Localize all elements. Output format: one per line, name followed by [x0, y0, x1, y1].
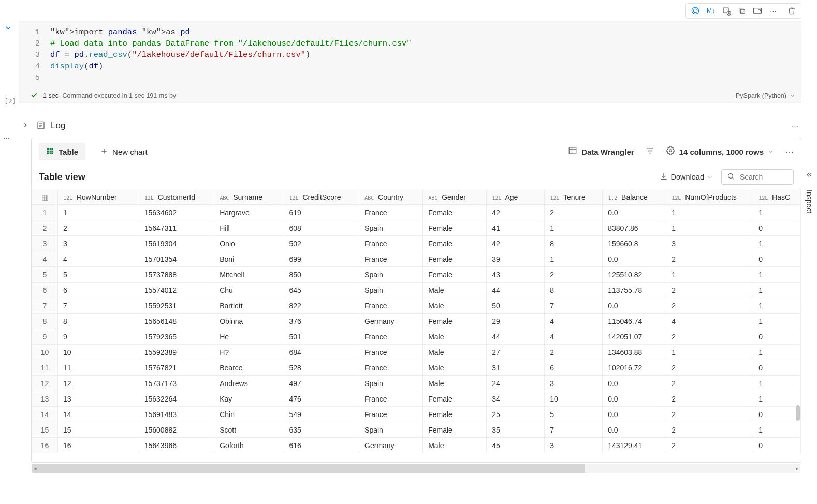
table-corner[interactable]: [32, 189, 58, 205]
download-button[interactable]: Download: [660, 172, 713, 182]
table-cell[interactable]: 2: [666, 251, 753, 267]
table-cell[interactable]: 635: [284, 422, 359, 438]
table-cell[interactable]: 0.0: [603, 407, 666, 422]
table-cell[interactable]: 11: [58, 360, 139, 376]
scrollbar-thumb[interactable]: [32, 464, 585, 473]
run-cell-icon[interactable]: [688, 5, 703, 17]
table-row[interactable]: 9915792365He501FranceMale444142051.0720: [32, 329, 801, 345]
table-cell[interactable]: 9: [58, 329, 139, 345]
table-cell[interactable]: 1: [753, 314, 801, 329]
table-cell[interactable]: 2: [545, 205, 603, 220]
table-cell[interactable]: 0.0: [603, 422, 666, 438]
table-cell[interactable]: Onio: [214, 236, 284, 251]
table-cell[interactable]: Bartlett: [214, 298, 284, 314]
tab-table[interactable]: Table: [39, 143, 85, 160]
table-cell[interactable]: Goforth: [214, 438, 284, 453]
table-cell[interactable]: 4: [545, 329, 603, 345]
table-cell[interactable]: 2: [545, 345, 603, 360]
filter-icon[interactable]: [646, 146, 654, 157]
table-cell[interactable]: 5: [545, 407, 603, 422]
vertical-scrollbar[interactable]: [796, 405, 800, 421]
table-cell[interactable]: 2: [666, 407, 753, 422]
table-cell[interactable]: 13: [58, 391, 139, 407]
table-cell[interactable]: 45: [487, 438, 545, 453]
cell-more-icon[interactable]: ⋯: [766, 5, 780, 17]
table-cell[interactable]: Chu: [214, 283, 284, 298]
table-cell[interactable]: 1: [753, 376, 801, 391]
table-cell[interactable]: Boni: [214, 251, 284, 267]
markdown-toggle[interactable]: M↓: [704, 5, 718, 17]
table-cell[interactable]: 14: [58, 407, 139, 422]
table-cell[interactable]: 376: [284, 314, 359, 329]
table-scroll[interactable]: 12L RowNumber12L CustomerIdABC Surname12…: [32, 189, 801, 462]
table-cell[interactable]: 1: [545, 220, 603, 236]
log-more-icon[interactable]: ⋯: [792, 122, 801, 130]
table-cell[interactable]: 6: [545, 360, 603, 376]
table-cell[interactable]: 143129.41: [603, 438, 666, 453]
table-cell[interactable]: 1: [753, 267, 801, 283]
table-cell[interactable]: 50: [487, 298, 545, 314]
table-cell[interactable]: 125510.82: [603, 267, 666, 283]
table-cell[interactable]: 1: [666, 267, 753, 283]
column-header[interactable]: 12L CustomerId: [139, 189, 214, 205]
table-cell[interactable]: 43: [487, 267, 545, 283]
table-cell[interactable]: 1: [545, 251, 603, 267]
table-cell[interactable]: 1: [666, 220, 753, 236]
table-cell[interactable]: Hill: [214, 220, 284, 236]
table-cell[interactable]: Scott: [214, 422, 284, 438]
table-cell[interactable]: 0: [753, 220, 801, 236]
table-cell[interactable]: 29: [487, 314, 545, 329]
table-cell[interactable]: Female: [423, 251, 487, 267]
table-row[interactable]: 161615643966Goforth616GermanyMale4531431…: [32, 438, 801, 453]
table-row[interactable]: 8815656148Obinna376GermanyFemale29411504…: [32, 314, 801, 329]
table-cell[interactable]: Hargrave: [214, 205, 284, 220]
table-row[interactable]: 4415701354Boni699FranceFemale3910.020: [32, 251, 801, 267]
table-cell[interactable]: 15634602: [139, 205, 214, 220]
table-cell[interactable]: 15701354: [139, 251, 214, 267]
log-expand-chevron-icon[interactable]: [22, 122, 29, 130]
table-cell[interactable]: Male: [423, 329, 487, 345]
table-cell[interactable]: 502: [284, 236, 359, 251]
kernel-selector[interactable]: PySpark (Python): [736, 92, 796, 99]
table-cell[interactable]: 2: [666, 283, 753, 298]
table-cell[interactable]: 3: [58, 236, 139, 251]
table-cell[interactable]: Female: [423, 267, 487, 283]
table-cell[interactable]: 528: [284, 360, 359, 376]
table-cell[interactable]: 0.0: [603, 376, 666, 391]
table-cell[interactable]: 8: [545, 236, 603, 251]
column-header[interactable]: 12L Tenure: [545, 189, 603, 205]
table-cell[interactable]: 7: [58, 298, 139, 314]
log-label[interactable]: Log: [51, 121, 65, 131]
table-cell[interactable]: France: [359, 251, 423, 267]
output-toolbar-more-icon[interactable]: ⋯: [785, 147, 794, 157]
column-header[interactable]: 12L RowNumber: [58, 189, 139, 205]
table-cell[interactable]: 2: [666, 376, 753, 391]
table-row[interactable]: 2215647311Hill608SpainFemale41183807.861…: [32, 220, 801, 236]
code-cell[interactable]: 12345 "kw">import pandas "kw">as pd# Loa…: [19, 21, 801, 103]
table-cell[interactable]: 0: [753, 407, 801, 422]
table-cell[interactable]: 0: [753, 438, 801, 453]
table-cell[interactable]: 15792365: [139, 329, 214, 345]
table-cell[interactable]: 4: [58, 251, 139, 267]
table-cell[interactable]: Female: [423, 314, 487, 329]
column-header[interactable]: 12L NumOfProducts: [666, 189, 753, 205]
copy-cell-icon[interactable]: [735, 5, 749, 17]
table-cell[interactable]: 699: [284, 251, 359, 267]
column-header[interactable]: 12L HasC: [753, 189, 801, 205]
table-cell[interactable]: 608: [284, 220, 359, 236]
table-cell[interactable]: 15647311: [139, 220, 214, 236]
table-cell[interactable]: Female: [423, 391, 487, 407]
table-row[interactable]: 5515737888Mitchell850SpainFemale43212551…: [32, 267, 801, 283]
output-more-icon[interactable]: ⋯: [3, 135, 11, 142]
table-cell[interactable]: 684: [284, 345, 359, 360]
table-cell[interactable]: 1: [753, 345, 801, 360]
column-header[interactable]: ABC Gender: [423, 189, 487, 205]
table-cell[interactable]: 113755.78: [603, 283, 666, 298]
table-cell[interactable]: France: [359, 407, 423, 422]
table-cell[interactable]: 24: [487, 376, 545, 391]
table-cell[interactable]: Bearce: [214, 360, 284, 376]
inspect-label[interactable]: Inspect: [805, 190, 813, 213]
table-cell[interactable]: 42: [487, 205, 545, 220]
table-cell[interactable]: Mitchell: [214, 267, 284, 283]
table-cell[interactable]: France: [359, 298, 423, 314]
